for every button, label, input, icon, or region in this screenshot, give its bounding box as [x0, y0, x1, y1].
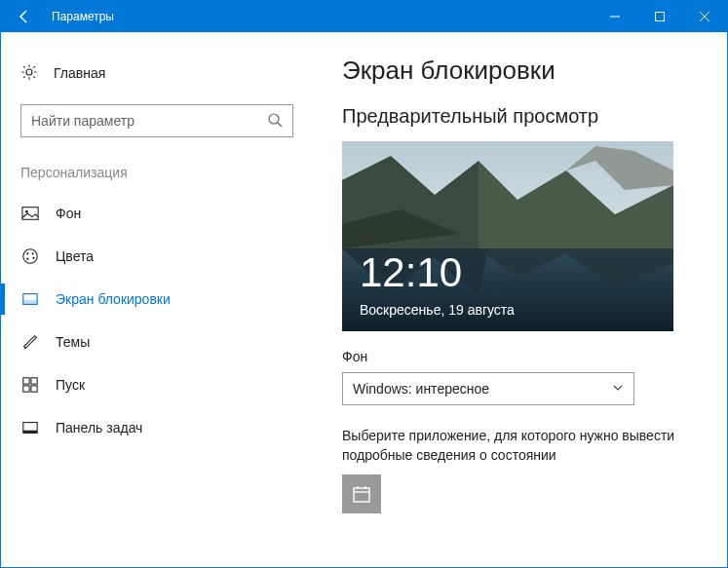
svg-rect-16	[23, 386, 29, 392]
titlebar: Параметры	[1, 1, 727, 32]
themes-icon	[20, 332, 40, 352]
nav-item-background[interactable]: Фон	[20, 192, 293, 235]
svg-line-3	[278, 123, 282, 127]
nav-item-colors[interactable]: Цвета	[20, 235, 293, 278]
svg-rect-19	[23, 431, 37, 434]
main-panel: Экран блокировки Предварительный просмот…	[313, 32, 727, 567]
gear-icon	[20, 63, 38, 84]
taskbar-icon	[20, 418, 40, 437]
nav-label: Темы	[56, 334, 90, 350]
svg-point-8	[32, 252, 34, 254]
minimize-button[interactable]	[593, 1, 637, 32]
nav-label: Фон	[56, 206, 81, 221]
svg-rect-17	[31, 386, 37, 392]
svg-point-5	[25, 210, 28, 213]
maximize-button[interactable]	[637, 1, 682, 32]
app-status-hint: Выберите приложение, для которого нужно …	[342, 427, 700, 465]
svg-rect-14	[23, 378, 29, 384]
search-input[interactable]: Найти параметр	[20, 104, 293, 137]
palette-icon	[20, 246, 40, 266]
preview-heading: Предварительный просмотр	[342, 105, 700, 128]
detailed-status-app-button[interactable]	[342, 474, 381, 513]
nav-item-lockscreen[interactable]: Экран блокировки	[20, 278, 293, 321]
nav-item-themes[interactable]: Темы	[20, 321, 293, 363]
home-link[interactable]: Главная	[20, 54, 293, 93]
window-title: Параметры	[48, 10, 593, 23]
svg-rect-12	[23, 300, 37, 305]
search-placeholder: Найти параметр	[31, 113, 134, 129]
back-button[interactable]	[1, 1, 48, 32]
home-label: Главная	[54, 65, 105, 81]
svg-rect-22	[354, 488, 369, 502]
svg-point-7	[26, 252, 28, 254]
svg-rect-4	[22, 208, 38, 220]
nav-label: Цвета	[56, 248, 94, 264]
svg-rect-15	[31, 378, 37, 384]
preview-time: 12:10	[360, 249, 462, 296]
calendar-icon	[352, 484, 371, 504]
close-button[interactable]	[682, 1, 727, 32]
background-label: Фон	[342, 349, 700, 364]
svg-point-10	[26, 258, 28, 260]
page-title: Экран блокировки	[342, 56, 700, 86]
svg-rect-1	[656, 13, 665, 21]
dropdown-value: Windows: интересное	[353, 381, 489, 397]
nav-label: Пуск	[56, 377, 85, 393]
svg-point-2	[269, 114, 279, 124]
sidebar: Главная Найти параметр Персонализация Фо…	[1, 32, 313, 567]
picture-icon	[20, 204, 40, 223]
nav-label: Экран блокировки	[56, 291, 171, 307]
nav-item-start[interactable]: Пуск	[20, 363, 293, 406]
chevron-down-icon	[612, 381, 624, 397]
lockscreen-icon	[20, 289, 40, 309]
nav-item-taskbar[interactable]: Панель задач	[20, 406, 293, 449]
search-icon	[267, 112, 283, 131]
nav-label: Панель задач	[56, 420, 142, 435]
svg-point-6	[23, 249, 37, 263]
start-icon	[20, 375, 40, 395]
lockscreen-preview: 12:10 Воскресенье, 19 августа	[342, 141, 673, 331]
nav: Фон Цвета Экран блокировки Темы	[20, 192, 293, 449]
preview-date: Воскресенье, 19 августа	[360, 302, 515, 318]
section-label: Персонализация	[20, 165, 293, 180]
svg-point-9	[33, 257, 35, 259]
background-dropdown[interactable]: Windows: интересное	[342, 372, 634, 405]
